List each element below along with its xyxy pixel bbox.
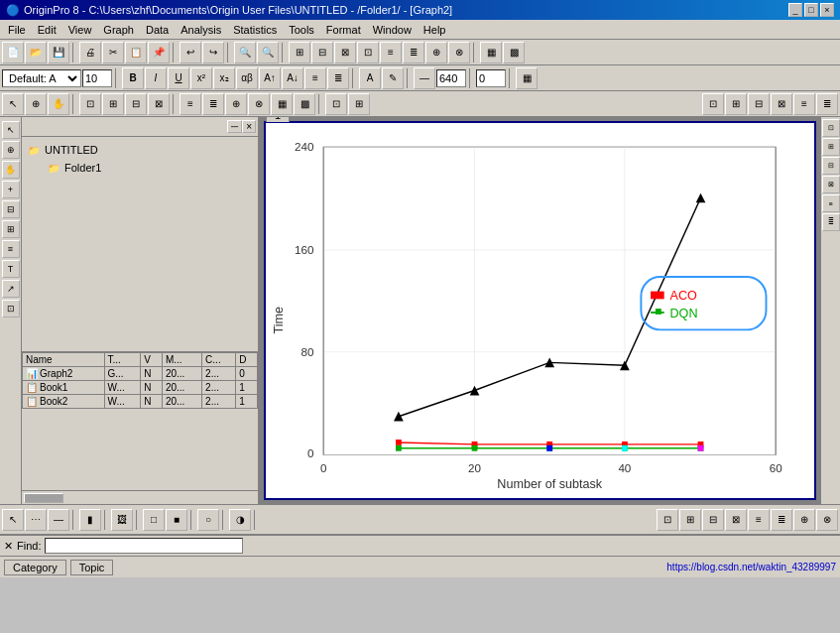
new-button[interactable]: 📄 bbox=[2, 42, 24, 63]
t3-btn5[interactable]: ≡ bbox=[180, 93, 201, 115]
bt-right2[interactable]: ⊞ bbox=[679, 509, 701, 531]
tb-extra10[interactable]: ▩ bbox=[503, 42, 525, 63]
font-selector[interactable]: Default: A bbox=[2, 69, 81, 87]
select-btn[interactable]: ↖ bbox=[2, 93, 24, 115]
align-center-button[interactable]: ≣ bbox=[327, 67, 349, 89]
save-button[interactable]: 💾 bbox=[48, 42, 69, 63]
line-style-btn[interactable]: — bbox=[414, 67, 435, 89]
cut-button[interactable]: ✂ bbox=[102, 42, 124, 63]
t3-right4[interactable]: ⊠ bbox=[771, 93, 792, 115]
bt-right7[interactable]: ⊕ bbox=[793, 509, 815, 531]
t3-right3[interactable]: ⊟ bbox=[748, 93, 770, 115]
font-up-button[interactable]: A↑ bbox=[259, 67, 281, 89]
maximize-button[interactable]: □ bbox=[804, 3, 818, 17]
t3-btn6[interactable]: ≣ bbox=[202, 93, 224, 115]
menu-file[interactable]: File bbox=[2, 22, 32, 38]
menu-graph[interactable]: Graph bbox=[97, 22, 140, 38]
t3-btn9[interactable]: ▦ bbox=[271, 93, 293, 115]
tb-extra5[interactable]: ≡ bbox=[380, 42, 402, 63]
highlight-button[interactable]: ✎ bbox=[382, 67, 404, 89]
tb-extra1[interactable]: ⊞ bbox=[289, 42, 310, 63]
lv-btn4[interactable]: + bbox=[2, 181, 20, 198]
rv-btn5[interactable]: ≡ bbox=[822, 194, 840, 212]
t3-btn7[interactable]: ⊕ bbox=[225, 93, 247, 115]
italic-button[interactable]: I bbox=[145, 67, 167, 89]
menu-data[interactable]: Data bbox=[140, 22, 175, 38]
tb-extra4[interactable]: ⊡ bbox=[357, 42, 379, 63]
bt-fill-rect[interactable]: ■ bbox=[166, 509, 187, 531]
rv-btn4[interactable]: ⊠ bbox=[822, 176, 840, 193]
bt-right5[interactable]: ≡ bbox=[748, 509, 770, 531]
rv-btn6[interactable]: ≣ bbox=[822, 213, 840, 231]
t3-right2[interactable]: ⊞ bbox=[725, 93, 747, 115]
special-char-button[interactable]: αβ bbox=[236, 67, 258, 89]
rv-btn3[interactable]: ⊟ bbox=[822, 157, 840, 175]
menu-view[interactable]: View bbox=[62, 22, 98, 38]
bt-right3[interactable]: ⊟ bbox=[702, 509, 724, 531]
t3-right6[interactable]: ≣ bbox=[816, 93, 838, 115]
bt-right6[interactable]: ≣ bbox=[771, 509, 792, 531]
paste-button[interactable]: 📌 bbox=[148, 42, 170, 63]
open-button[interactable]: 📂 bbox=[25, 42, 47, 63]
t3-right1[interactable]: ⊡ bbox=[702, 93, 724, 115]
redo-button[interactable]: ↪ bbox=[202, 42, 224, 63]
undo-button[interactable]: ↩ bbox=[180, 42, 201, 63]
superscript-button[interactable]: x² bbox=[190, 67, 212, 89]
bt-arrow[interactable]: ↖ bbox=[2, 509, 24, 531]
bt-bar[interactable]: ▮ bbox=[79, 509, 101, 531]
print-button[interactable]: 🖨 bbox=[79, 42, 101, 63]
lv-magnify[interactable]: ⊕ bbox=[2, 141, 20, 159]
align-left-button[interactable]: ≡ bbox=[304, 67, 326, 89]
t3-btn12[interactable]: ⊞ bbox=[348, 93, 370, 115]
bt-image[interactable]: 🖼 bbox=[111, 509, 133, 531]
magnify-btn[interactable]: ⊕ bbox=[25, 93, 47, 115]
lv-btn8[interactable]: T bbox=[2, 260, 20, 278]
rv-btn1[interactable]: ⊡ bbox=[822, 119, 840, 137]
t3-btn4[interactable]: ⊠ bbox=[148, 93, 170, 115]
table-row[interactable]: 📋Book2 W... N 20... 2... 1 bbox=[23, 395, 258, 409]
copy-button[interactable]: 📋 bbox=[125, 42, 147, 63]
bt-dot-line[interactable]: ⋯ bbox=[25, 509, 47, 531]
subscript-button[interactable]: x₂ bbox=[213, 67, 235, 89]
tb-extra8[interactable]: ⊗ bbox=[448, 42, 470, 63]
scroll-thumb[interactable] bbox=[24, 493, 63, 503]
bt-right1[interactable]: ⊡ bbox=[657, 509, 678, 531]
menu-edit[interactable]: Edit bbox=[32, 22, 62, 38]
menu-format[interactable]: Format bbox=[320, 22, 367, 38]
menu-tools[interactable]: Tools bbox=[283, 22, 320, 38]
menu-help[interactable]: Help bbox=[418, 22, 452, 38]
lv-pan[interactable]: ✋ bbox=[2, 161, 20, 179]
topic-tab[interactable]: Topic bbox=[70, 560, 114, 575]
bold-button[interactable]: B bbox=[122, 67, 144, 89]
menu-analysis[interactable]: Analysis bbox=[175, 22, 227, 38]
color-button[interactable]: A bbox=[359, 67, 381, 89]
lv-btn6[interactable]: ⊞ bbox=[2, 220, 20, 238]
bt-rect[interactable]: □ bbox=[143, 509, 165, 531]
close-button[interactable]: × bbox=[820, 3, 834, 17]
lv-btn9[interactable]: ↗ bbox=[2, 280, 20, 298]
tree-folder[interactable]: 📁 Folder1 bbox=[26, 159, 254, 177]
t3-btn2[interactable]: ⊞ bbox=[102, 93, 124, 115]
pattern-btn[interactable]: ▦ bbox=[516, 67, 538, 89]
font-down-button[interactable]: A↓ bbox=[282, 67, 303, 89]
find-input[interactable] bbox=[45, 538, 243, 554]
minimize-button[interactable]: _ bbox=[788, 3, 802, 17]
left-panel-scrollbar[interactable] bbox=[22, 490, 258, 504]
bt-line[interactable]: — bbox=[48, 509, 69, 531]
table-row[interactable]: 📊Graph2 G... N 20... 2... 0 bbox=[23, 367, 258, 381]
font-size-input[interactable] bbox=[82, 69, 112, 87]
bt-circle[interactable]: ○ bbox=[197, 509, 219, 531]
t3-btn1[interactable]: ⊡ bbox=[79, 93, 101, 115]
rv-btn2[interactable]: ⊞ bbox=[822, 138, 840, 156]
tb-extra6[interactable]: ≣ bbox=[403, 42, 424, 63]
bt-pie[interactable]: ◑ bbox=[229, 509, 251, 531]
chart-container[interactable]: 240 160 80 0 0 20 40 60 Time Number of s… bbox=[266, 123, 814, 498]
zoom-in-button[interactable]: 🔍 bbox=[234, 42, 256, 63]
graph-tab[interactable]: 1 bbox=[266, 117, 290, 122]
lv-btn7[interactable]: ≡ bbox=[2, 240, 20, 258]
table-row[interactable]: 📋Book1 W... N 20... 2... 1 bbox=[23, 381, 258, 395]
lv-btn5[interactable]: ⊟ bbox=[2, 200, 20, 218]
tb-extra9[interactable]: ▦ bbox=[480, 42, 502, 63]
tb-extra7[interactable]: ⊕ bbox=[425, 42, 447, 63]
menu-window[interactable]: Window bbox=[367, 22, 418, 38]
